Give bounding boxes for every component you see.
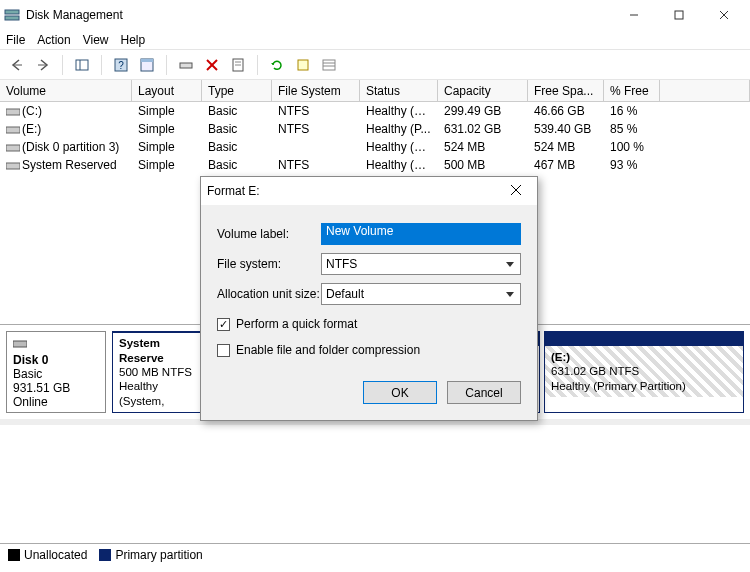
svg-rect-21 xyxy=(323,60,335,70)
svg-text:?: ? xyxy=(118,60,124,71)
col-capacity[interactable]: Capacity xyxy=(438,80,528,101)
svg-rect-20 xyxy=(298,60,308,70)
menubar: File Action View Help xyxy=(0,30,750,50)
list-icon[interactable] xyxy=(318,54,340,76)
volume-row[interactable]: (E:)SimpleBasicNTFSHealthy (P...631.02 G… xyxy=(0,120,750,138)
svg-rect-13 xyxy=(141,59,153,62)
menu-file[interactable]: File xyxy=(6,33,25,47)
help-icon[interactable]: ? xyxy=(110,54,132,76)
disk-card[interactable]: Disk 0 Basic 931.51 GB Online xyxy=(6,331,106,413)
dialog-close-icon[interactable] xyxy=(501,183,531,199)
col-pctfree[interactable]: % Free xyxy=(604,80,660,101)
format-dialog: Format E: Volume label: New Volume File … xyxy=(200,176,538,421)
quick-format-label: Perform a quick format xyxy=(236,317,357,331)
compression-label: Enable file and folder compression xyxy=(236,343,420,357)
col-free[interactable]: Free Spa... xyxy=(528,80,604,101)
volume-row[interactable]: (Disk 0 partition 3)SimpleBasicHealthy (… xyxy=(0,138,750,156)
volume-label-input[interactable]: New Volume xyxy=(321,223,521,245)
svg-rect-27 xyxy=(6,163,20,169)
file-system-select[interactable]: NTFS xyxy=(321,253,521,275)
allocation-size-select[interactable]: Default xyxy=(321,283,521,305)
dialog-titlebar[interactable]: Format E: xyxy=(201,177,537,205)
menu-view[interactable]: View xyxy=(83,33,109,47)
label-file-system: File system: xyxy=(217,257,321,271)
cancel-button[interactable]: Cancel xyxy=(447,381,521,404)
label-alloc-size: Allocation unit size: xyxy=(217,287,321,301)
svg-rect-24 xyxy=(6,109,20,115)
refresh-icon[interactable] xyxy=(266,54,288,76)
svg-rect-3 xyxy=(675,11,683,19)
compression-checkbox[interactable] xyxy=(217,344,230,357)
svg-rect-8 xyxy=(76,60,88,70)
legend-primary: Primary partition xyxy=(99,548,202,562)
titlebar: Disk Management xyxy=(0,0,750,30)
partition-system-reserved[interactable]: System Reserve 500 MB NTFS Healthy (Syst… xyxy=(112,331,202,413)
minimize-button[interactable] xyxy=(611,0,656,30)
e-l3: Healthy (Primary Partition) xyxy=(551,380,686,392)
col-volume[interactable]: Volume xyxy=(0,80,132,101)
menu-help[interactable]: Help xyxy=(121,33,146,47)
svg-rect-25 xyxy=(6,127,20,133)
legend: Unallocated Primary partition xyxy=(0,543,750,565)
volume-row[interactable]: (C:)SimpleBasicNTFSHealthy (B...299.49 G… xyxy=(0,102,750,120)
legend-unallocated: Unallocated xyxy=(8,548,87,562)
quick-format-checkbox[interactable] xyxy=(217,318,230,331)
quick-format-checkbox-row[interactable]: Perform a quick format xyxy=(217,313,521,335)
e-name: (E:) xyxy=(551,351,570,363)
disk-name: Disk 0 xyxy=(13,353,99,367)
forward-icon[interactable] xyxy=(32,54,54,76)
drive-icon[interactable] xyxy=(175,54,197,76)
sysres-name: System Reserve xyxy=(119,337,164,363)
svg-rect-0 xyxy=(5,10,19,14)
disk-size: 931.51 GB xyxy=(13,381,99,395)
sysres-l2: 500 MB NTFS xyxy=(119,366,192,378)
menu-action[interactable]: Action xyxy=(37,33,70,47)
disk-management-icon xyxy=(4,7,20,23)
label-volume-label: Volume label: xyxy=(217,227,321,241)
e-l2: 631.02 GB NTFS xyxy=(551,365,639,377)
svg-rect-14 xyxy=(180,63,192,68)
col-status[interactable]: Status xyxy=(360,80,438,101)
volume-header-row: Volume Layout Type File System Status Ca… xyxy=(0,80,750,102)
svg-rect-1 xyxy=(5,16,19,20)
pane-icon[interactable] xyxy=(136,54,158,76)
col-spacer xyxy=(660,80,750,101)
partition-e[interactable]: (E:) 631.02 GB NTFS Healthy (Primary Par… xyxy=(544,331,744,413)
maximize-button[interactable] xyxy=(656,0,701,30)
col-layout[interactable]: Layout xyxy=(132,80,202,101)
disk-icon xyxy=(13,339,27,353)
svg-rect-28 xyxy=(13,341,27,347)
show-hide-icon[interactable] xyxy=(71,54,93,76)
dialog-title: Format E: xyxy=(207,184,501,198)
wizard-icon[interactable] xyxy=(292,54,314,76)
volume-row[interactable]: System ReservedSimpleBasicNTFSHealthy (S… xyxy=(0,156,750,174)
close-button[interactable] xyxy=(701,0,746,30)
properties-icon[interactable] xyxy=(227,54,249,76)
empty-lower-pane xyxy=(0,425,750,543)
toolbar: ? xyxy=(0,50,750,80)
disk-status: Online xyxy=(13,395,99,409)
ok-button[interactable]: OK xyxy=(363,381,437,404)
compression-checkbox-row[interactable]: Enable file and folder compression xyxy=(217,339,521,361)
disk-type: Basic xyxy=(13,367,99,381)
back-icon[interactable] xyxy=(6,54,28,76)
col-filesystem[interactable]: File System xyxy=(272,80,360,101)
sysres-l3: Healthy (System, xyxy=(119,380,164,406)
delete-icon[interactable] xyxy=(201,54,223,76)
svg-rect-26 xyxy=(6,145,20,151)
col-type[interactable]: Type xyxy=(202,80,272,101)
window-title: Disk Management xyxy=(26,8,611,22)
